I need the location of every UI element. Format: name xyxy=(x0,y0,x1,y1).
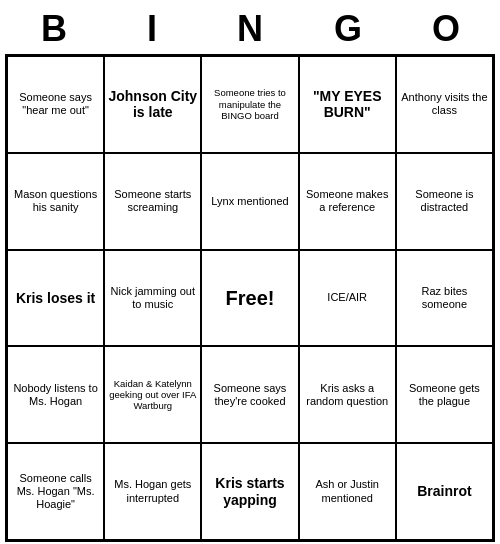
bingo-cell[interactable]: Raz bites someone xyxy=(396,250,493,347)
bingo-cell[interactable]: Someone is distracted xyxy=(396,153,493,250)
header-letter: N xyxy=(206,8,294,50)
bingo-cell[interactable]: Kris asks a random question xyxy=(299,346,396,443)
bingo-cell[interactable]: Someone gets the plague xyxy=(396,346,493,443)
header-letter: O xyxy=(402,8,490,50)
bingo-cell[interactable]: Nobody listens to Ms. Hogan xyxy=(7,346,104,443)
bingo-cell[interactable]: Someone makes a reference xyxy=(299,153,396,250)
bingo-cell[interactable]: ICE/AIR xyxy=(299,250,396,347)
bingo-cell[interactable]: Brainrot xyxy=(396,443,493,540)
bingo-cell[interactable]: Someone tries to manipulate the BINGO bo… xyxy=(201,56,298,153)
bingo-cell[interactable]: Free! xyxy=(201,250,298,347)
bingo-header: BINGO xyxy=(5,0,495,54)
bingo-cell[interactable]: Johnson City is late xyxy=(104,56,201,153)
bingo-cell[interactable]: Kris loses it xyxy=(7,250,104,347)
bingo-cell[interactable]: Someone calls Ms. Hogan "Ms. Hoagie" xyxy=(7,443,104,540)
bingo-cell[interactable]: Mason questions his sanity xyxy=(7,153,104,250)
header-letter: I xyxy=(108,8,196,50)
bingo-cell[interactable]: Ash or Justin mentioned xyxy=(299,443,396,540)
bingo-cell[interactable]: Nick jamming out to music xyxy=(104,250,201,347)
header-letter: G xyxy=(304,8,392,50)
bingo-cell[interactable]: Kris starts yapping xyxy=(201,443,298,540)
bingo-cell[interactable]: Anthony visits the class xyxy=(396,56,493,153)
bingo-cell[interactable]: Someone starts screaming xyxy=(104,153,201,250)
bingo-cell[interactable]: Ms. Hogan gets interrupted xyxy=(104,443,201,540)
bingo-grid: Someone says "hear me out"Johnson City i… xyxy=(5,54,495,542)
bingo-cell[interactable]: Lynx mentioned xyxy=(201,153,298,250)
bingo-cell[interactable]: Someone says "hear me out" xyxy=(7,56,104,153)
bingo-cell[interactable]: Someone says they're cooked xyxy=(201,346,298,443)
bingo-cell[interactable]: "MY EYES BURN" xyxy=(299,56,396,153)
header-letter: B xyxy=(10,8,98,50)
bingo-cell[interactable]: Kaidan & Katelynn geeking out over IFA W… xyxy=(104,346,201,443)
